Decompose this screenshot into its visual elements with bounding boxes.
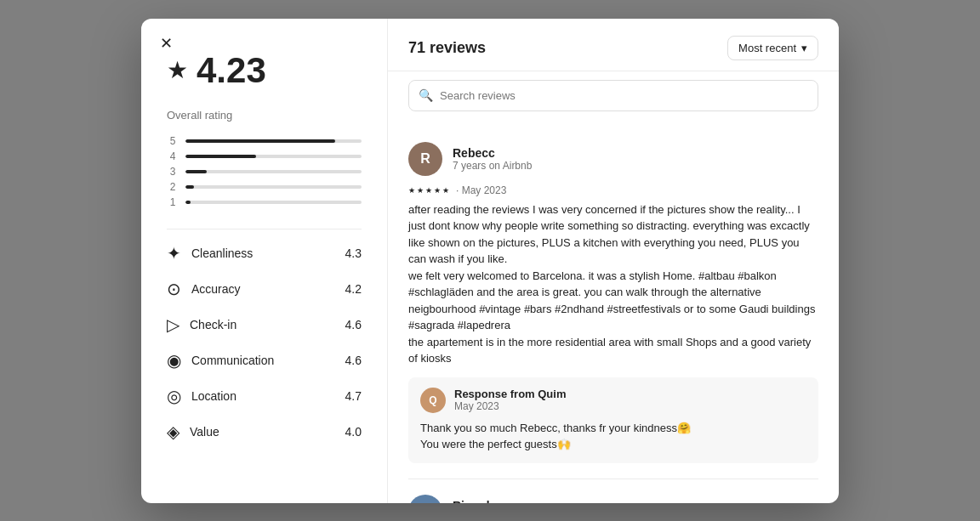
rating-bar-row: 3 — [167, 166, 362, 178]
reviews-list: R Rebecc 7 years on Airbnb ★★★★★ · May 2… — [388, 120, 839, 503]
category-name: Value — [190, 425, 219, 439]
divider — [167, 229, 362, 229]
category-score: 4.7 — [345, 389, 362, 403]
reviewer-meta: 7 years on Airbnb — [453, 160, 818, 172]
category-score: 4.6 — [345, 318, 362, 331]
review-text: after reading the reviews I was very con… — [408, 201, 818, 367]
category-row: ▷ Check-in 4.6 — [167, 314, 362, 335]
category-row: ◉ Communication 4.6 — [167, 350, 362, 371]
bar-fill — [185, 155, 256, 158]
category-icon: ◎ — [167, 386, 181, 406]
category-row: ◈ Value 4.0 — [167, 422, 362, 442]
rating-bar-row: 1 — [167, 196, 362, 208]
bar-track — [185, 185, 362, 189]
search-box: 🔍 — [388, 71, 839, 120]
search-input[interactable] — [408, 80, 818, 111]
search-icon: 🔍 — [419, 88, 433, 102]
reviewer-info: Rebecc 7 years on Airbnb — [453, 146, 818, 172]
star-icon: ★ — [408, 186, 415, 195]
review-stars: ★★★★★ · May 2023 — [408, 184, 818, 196]
bar-track — [185, 201, 362, 204]
rating-bar-row: 2 — [167, 181, 362, 193]
overall-rating-display: ★ 4.23 — [167, 53, 362, 88]
category-icon: ▷ — [167, 314, 179, 335]
response-meta: Response from Quim May 2023 — [454, 388, 566, 412]
reviewer-row: R Rebecc 7 years on Airbnb — [408, 142, 818, 176]
review-item: R Ricardo Campeche, Mexico ★★★★★ · April… — [408, 479, 818, 503]
category-name: Check-in — [190, 318, 236, 331]
rating-bar-row: 5 — [167, 135, 362, 147]
modal-body: ★ 4.23 Overall rating 5 4 3 2 1 — [141, 19, 839, 503]
reviews-count: 71 reviews — [408, 39, 486, 57]
modal-overlay: ✕ ★ 4.23 Overall rating 5 4 3 — [0, 0, 980, 521]
bar-track — [185, 170, 362, 173]
chevron-down-icon: ▾ — [801, 42, 807, 54]
reviews-modal: ✕ ★ 4.23 Overall rating 5 4 3 — [141, 19, 839, 503]
reviewer-name: Ricardo — [453, 499, 818, 503]
sort-dropdown[interactable]: Most recent ▾ — [727, 36, 818, 60]
reviewer-row: R Ricardo Campeche, Mexico — [408, 495, 818, 503]
bar-label: 3 — [167, 166, 179, 178]
category-left: ◎ Location — [167, 386, 236, 406]
rating-bar-row: 4 — [167, 150, 362, 162]
category-left: ◈ Value — [167, 422, 219, 442]
left-panel: ★ 4.23 Overall rating 5 4 3 2 1 — [141, 19, 388, 503]
category-score: 4.2 — [345, 282, 362, 296]
sort-label: Most recent — [738, 42, 796, 54]
response-date: May 2023 — [454, 400, 566, 412]
star-icon: ★ — [167, 56, 188, 84]
star-icon: ★ — [442, 186, 449, 195]
review-item: R Rebecc 7 years on Airbnb ★★★★★ · May 2… — [408, 127, 818, 479]
rating-bars: 5 4 3 2 1 — [167, 135, 362, 208]
category-name: Communication — [191, 354, 274, 367]
bar-fill — [185, 170, 207, 173]
reviewer-name: Rebecc — [453, 146, 818, 160]
category-left: ▷ Check-in — [167, 314, 236, 335]
star-icon: ★ — [434, 186, 441, 195]
category-score: 4.0 — [345, 425, 362, 439]
close-icon: ✕ — [160, 34, 173, 53]
category-left: ✦ Cleanliness — [167, 243, 253, 263]
category-icon: ⊙ — [167, 279, 181, 299]
bar-label: 1 — [167, 196, 179, 208]
overall-rating-label: Overall rating — [167, 109, 362, 122]
avatar: R — [408, 142, 442, 176]
category-left: ⊙ Accuracy — [167, 279, 241, 299]
category-score: 4.3 — [345, 246, 362, 260]
bar-fill — [185, 139, 335, 143]
category-name: Location — [191, 389, 236, 403]
reviewer-info: Ricardo Campeche, Mexico — [453, 499, 818, 503]
bar-track — [185, 139, 362, 143]
category-icon: ◉ — [167, 350, 181, 371]
review-date: · May 2023 — [456, 184, 506, 196]
star-icon: ★ — [417, 186, 424, 195]
close-button[interactable]: ✕ — [153, 31, 179, 56]
bar-label: 2 — [167, 181, 179, 193]
category-left: ◉ Communication — [167, 350, 274, 371]
bar-fill — [185, 201, 191, 204]
right-panel: 71 reviews Most recent ▾ 🔍 R — [388, 19, 839, 503]
right-header: 71 reviews Most recent ▾ — [388, 19, 839, 71]
category-row: ⊙ Accuracy 4.2 — [167, 279, 362, 299]
bar-track — [185, 155, 362, 158]
categories-list: ✦ Cleanliness 4.3 ⊙ Accuracy 4.2 ▷ Check… — [167, 243, 362, 442]
category-row: ✦ Cleanliness 4.3 — [167, 243, 362, 263]
category-row: ◎ Location 4.7 — [167, 386, 362, 406]
response-from: Response from Quim — [454, 388, 566, 400]
category-name: Cleanliness — [191, 246, 253, 260]
category-icon: ◈ — [167, 422, 179, 442]
category-name: Accuracy — [191, 282, 241, 296]
bar-label: 4 — [167, 150, 179, 162]
rating-number: 4.23 — [197, 53, 266, 88]
response-text: Thank you so much Rebecc, thanks fr your… — [420, 420, 806, 453]
category-score: 4.6 — [345, 354, 362, 367]
avatar: R — [408, 495, 442, 503]
category-icon: ✦ — [167, 243, 181, 263]
bar-label: 5 — [167, 135, 179, 147]
response-avatar: Q — [420, 388, 446, 413]
search-input-wrap: 🔍 — [408, 80, 818, 111]
star-icon: ★ — [425, 186, 432, 195]
response-header: Q Response from Quim May 2023 — [420, 388, 806, 413]
response-box: Q Response from Quim May 2023 Thank you … — [408, 377, 818, 463]
bar-fill — [185, 185, 194, 189]
